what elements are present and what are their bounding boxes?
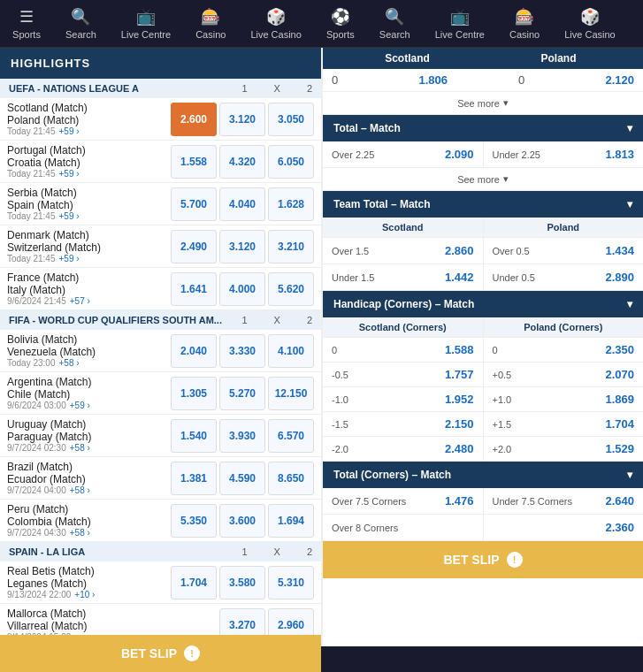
- odd-btn-1-2-2[interactable]: 6.570: [268, 419, 314, 453]
- tc-left-0[interactable]: Over 7.5 Corners 1.476: [323, 488, 484, 514]
- team-total-left-1[interactable]: Under 1.5 1.442: [323, 264, 484, 290]
- bet-slip-right[interactable]: BET SLIP !: [323, 541, 643, 578]
- match-row-0-2: Serbia (Match)Spain (Match) Today 21:45 …: [0, 183, 321, 225]
- odd-btn-1-0-1[interactable]: 3.330: [219, 334, 265, 368]
- hcap-right-0[interactable]: 0 2.350: [484, 338, 644, 362]
- odd-btn-1-0-0[interactable]: 2.040: [171, 334, 217, 368]
- odd-btn-1-2-1[interactable]: 3.930: [219, 419, 265, 453]
- nav-search-2[interactable]: 🔍 Search: [367, 0, 423, 47]
- odd-btn-0-1-2[interactable]: 6.050: [268, 145, 314, 179]
- handicap-left-team: Scotland (Corners): [323, 317, 484, 337]
- odd-btn-2-0-0[interactable]: 1.704: [171, 566, 217, 599]
- tc-right-1[interactable]: 2.360: [484, 515, 644, 540]
- team-total-left-label: Scotland: [323, 218, 484, 237]
- odd-btn-1-1-0[interactable]: 1.305: [171, 377, 217, 410]
- more-bets-1-1[interactable]: +59 ›: [70, 401, 90, 410]
- more-bets-0-0[interactable]: +59 ›: [59, 126, 80, 136]
- nav-live-centre-2[interactable]: 📺 Live Centre: [423, 0, 497, 47]
- odd-btn-2-0-1[interactable]: 3.580: [219, 566, 265, 599]
- hcap-left-3[interactable]: -1.5 2.150: [323, 412, 484, 436]
- nav-sports-2[interactable]: ⚽ Sports: [314, 0, 367, 47]
- odd-btn-0-3-1[interactable]: 3.120: [219, 230, 265, 263]
- odd-btn-0-1-1[interactable]: 4.320: [219, 145, 265, 179]
- left-score-odd[interactable]: 1.806: [418, 73, 448, 87]
- odd-btn-1-4-2[interactable]: 1.694: [268, 504, 314, 538]
- odd-btn-0-2-2[interactable]: 1.628: [268, 187, 314, 221]
- hcap-right-2[interactable]: +1.0 1.869: [484, 387, 644, 411]
- odd-btn-1-3-2[interactable]: 8.650: [268, 462, 314, 495]
- league-header-2[interactable]: SPAIN - LA LIGA1X2: [0, 542, 321, 561]
- see-more-2[interactable]: See more ▾: [323, 168, 643, 191]
- see-more-1[interactable]: See more ▾: [323, 92, 643, 115]
- tc-left-1[interactable]: Over 8 Corners: [323, 515, 484, 540]
- odd-btn-1-2-0[interactable]: 1.540: [171, 419, 217, 453]
- hcap-left-4[interactable]: -2.0 2.480: [323, 437, 484, 461]
- odd-btn-0-3-0[interactable]: 2.490: [171, 230, 217, 263]
- total-match-right[interactable]: Under 2.25 1.813: [484, 141, 644, 167]
- odd-btn-0-2-0[interactable]: 5.700: [171, 187, 217, 221]
- hcap-left-0[interactable]: 0 1.588: [323, 338, 484, 362]
- match-time-0-0: Today 21:45 +59 ›: [7, 126, 171, 136]
- bet-slip-left[interactable]: BET SLIP !: [0, 635, 321, 646]
- match-info-1-1: Argentina (Match)Chile (Match) 9/6/2024 …: [7, 376, 171, 410]
- more-bets-1-2[interactable]: +58 ›: [70, 443, 90, 453]
- more-bets-0-3[interactable]: +59 ›: [59, 254, 80, 263]
- odd-btn-0-0-1[interactable]: 3.120: [219, 103, 265, 136]
- odd-btn-0-2-1[interactable]: 4.040: [219, 187, 265, 221]
- odd-btn-1-0-2[interactable]: 4.100: [268, 334, 314, 368]
- nav-live-casino[interactable]: 🎲 Live Casino: [238, 0, 313, 47]
- nav-live-centre[interactable]: 📺 Live Centre: [109, 0, 183, 47]
- team-total-right-1[interactable]: Under 0.5 2.890: [484, 264, 644, 290]
- odd-btn-1-3-1[interactable]: 4.590: [219, 462, 265, 495]
- team-total-right-0[interactable]: Over 0.5 1.434: [484, 238, 644, 263]
- total-corners-header[interactable]: Total (Corners) – Match ▾: [323, 462, 643, 488]
- match-time-1-2: 9/7/2024 02:30 +58 ›: [7, 443, 171, 453]
- odd-btn-1-1-2[interactable]: 12.150: [268, 377, 314, 410]
- odd-btn-0-4-2[interactable]: 5.620: [268, 272, 314, 306]
- hcap-right-4[interactable]: +2.0 1.529: [484, 437, 644, 461]
- more-bets-1-4[interactable]: +58 ›: [70, 528, 90, 538]
- odd-btn-1-4-0[interactable]: 5.350: [171, 504, 217, 538]
- more-bets-1-0[interactable]: +58 ›: [59, 358, 80, 368]
- odd-btn-0-1-0[interactable]: 1.558: [171, 145, 217, 179]
- nav-live-casino-2[interactable]: 🎲 Live Casino: [552, 0, 627, 47]
- highlights-header: HIGHLIGHTS: [0, 48, 321, 79]
- total-match-left[interactable]: Over 2.25 2.090: [323, 141, 484, 167]
- nav-casino-2[interactable]: 🎰 Casino: [497, 0, 552, 47]
- hcap-left-1[interactable]: -0.5 1.757: [323, 363, 484, 386]
- match-info-1-0: Bolivia (Match)Venezuela (Match) Today 2…: [7, 333, 171, 368]
- handicap-corners-header[interactable]: Handicap (Corners) – Match ▾: [323, 291, 643, 317]
- handicap-row-1: -0.5 1.757 +0.5 2.070: [323, 363, 643, 387]
- more-bets-0-4[interactable]: +57 ›: [70, 296, 90, 306]
- more-bets-1-3[interactable]: +58 ›: [70, 485, 90, 495]
- nav-sports[interactable]: ☰ Sports: [0, 0, 53, 47]
- more-bets-0-2[interactable]: +59 ›: [59, 211, 80, 221]
- nav-casino[interactable]: 🎰 Casino: [183, 0, 238, 47]
- league-header-1[interactable]: FIFA - WORLD CUP QUALIFIERS SOUTH AM...1…: [0, 310, 321, 330]
- odd-btn-0-0-0[interactable]: 2.600: [171, 103, 217, 136]
- match-teams-0-3: Denmark (Match)Switzerland (Match): [7, 229, 171, 254]
- total-match-header[interactable]: Total – Match ▾: [323, 115, 643, 141]
- right-score-odd[interactable]: 2.120: [605, 73, 634, 87]
- more-bets-2-0[interactable]: +10 ›: [74, 590, 95, 599]
- team-total-left-0[interactable]: Over 1.5 2.860: [323, 238, 484, 263]
- hcap-left-2[interactable]: -1.0 1.952: [323, 387, 484, 411]
- odd-btn-0-4-1[interactable]: 4.000: [219, 272, 265, 306]
- odd-btn-0-4-0[interactable]: 1.641: [171, 272, 217, 306]
- match-time-0-3: Today 21:45 +59 ›: [7, 254, 171, 263]
- odd-btn-1-4-1[interactable]: 3.600: [219, 504, 265, 538]
- odd-btn-0-0-2[interactable]: 3.050: [268, 103, 314, 136]
- hcap-right-3[interactable]: +1.5 1.704: [484, 412, 644, 436]
- bet-slip-warning-right: !: [507, 552, 523, 568]
- odd-btn-2-0-2[interactable]: 5.310: [268, 566, 314, 599]
- match-teams-0-4: France (Match)Italy (Match): [7, 271, 171, 296]
- nav-search[interactable]: 🔍 Search: [53, 0, 109, 47]
- league-header-0[interactable]: UEFA - NATIONS LEAGUE A1X2: [0, 79, 321, 98]
- odd-btn-1-3-0[interactable]: 1.381: [171, 462, 217, 495]
- odd-btn-1-1-1[interactable]: 5.270: [219, 377, 265, 410]
- team-total-header[interactable]: Team Total – Match ▾: [323, 191, 643, 218]
- tc-right-0[interactable]: Under 7.5 Corners 2.640: [484, 488, 644, 514]
- hcap-right-1[interactable]: +0.5 2.070: [484, 363, 644, 386]
- odd-btn-0-3-2[interactable]: 3.210: [268, 230, 314, 263]
- more-bets-0-1[interactable]: +59 ›: [59, 169, 80, 179]
